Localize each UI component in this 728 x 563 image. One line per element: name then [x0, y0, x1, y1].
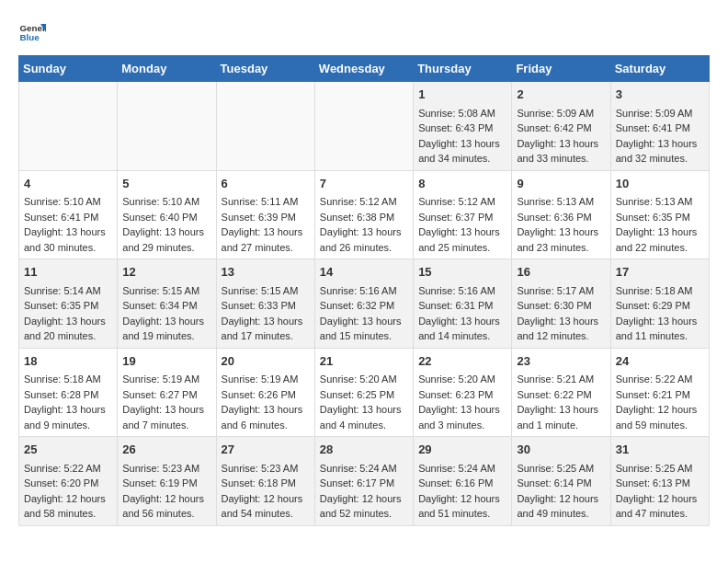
- sunset: Sunset: 6:22 PM: [517, 389, 591, 400]
- sunset: Sunset: 6:21 PM: [616, 389, 690, 400]
- calendar-cell: 11Sunrise: 5:14 AMSunset: 6:35 PMDayligh…: [19, 259, 118, 349]
- daylight: Daylight: 13 hours and 29 minutes.: [122, 226, 204, 253]
- calendar-cell: 19Sunrise: 5:19 AMSunset: 6:27 PMDayligh…: [118, 348, 216, 437]
- calendar-cell: 8Sunrise: 5:12 AMSunset: 6:37 PMDaylight…: [414, 170, 512, 259]
- calendar-cell: [314, 82, 413, 171]
- sunrise: Sunrise: 5:15 AM: [222, 285, 299, 296]
- sunrise: Sunrise: 5:18 AM: [616, 285, 693, 296]
- calendar-cell: 16Sunrise: 5:17 AMSunset: 6:30 PMDayligh…: [512, 259, 610, 349]
- sunrise: Sunrise: 5:17 AM: [517, 285, 594, 296]
- sunrise: Sunrise: 5:24 AM: [320, 463, 397, 474]
- calendar-cell: 2Sunrise: 5:09 AMSunset: 6:42 PMDaylight…: [512, 82, 610, 171]
- daylight: Daylight: 12 hours and 58 minutes.: [24, 493, 106, 520]
- header: General Blue: [18, 18, 710, 46]
- day-number: 14: [320, 263, 408, 282]
- svg-text:Blue: Blue: [20, 32, 40, 42]
- daylight: Daylight: 13 hours and 25 minutes.: [418, 226, 500, 253]
- sunset: Sunset: 6:18 PM: [222, 477, 296, 488]
- week-row-5: 25Sunrise: 5:22 AMSunset: 6:20 PMDayligh…: [19, 437, 710, 526]
- sunset: Sunset: 6:38 PM: [320, 212, 394, 223]
- week-row-1: 1Sunrise: 5:08 AMSunset: 6:43 PMDaylight…: [19, 82, 710, 171]
- day-number: 7: [320, 175, 408, 193]
- day-header-wednesday: Wednesday: [314, 56, 413, 82]
- sunset: Sunset: 6:35 PM: [24, 300, 98, 311]
- sunrise: Sunrise: 5:24 AM: [418, 463, 495, 474]
- day-number: 18: [24, 352, 112, 371]
- day-header-thursday: Thursday: [414, 56, 512, 82]
- sunrise: Sunrise: 5:21 AM: [517, 373, 594, 385]
- sunset: Sunset: 6:27 PM: [122, 389, 197, 400]
- sunrise: Sunrise: 5:23 AM: [222, 463, 299, 474]
- day-number: 16: [517, 263, 605, 282]
- sunrise: Sunrise: 5:19 AM: [222, 373, 299, 385]
- day-number: 29: [418, 441, 506, 459]
- daylight: Daylight: 13 hours and 30 minutes.: [24, 226, 106, 253]
- day-number: 25: [24, 441, 112, 459]
- calendar-cell: 18Sunrise: 5:18 AMSunset: 6:28 PMDayligh…: [19, 348, 118, 437]
- day-number: 1: [418, 86, 506, 104]
- sunset: Sunset: 6:31 PM: [418, 300, 493, 311]
- days-header-row: SundayMondayTuesdayWednesdayThursdayFrid…: [19, 56, 710, 82]
- day-number: 11: [24, 263, 112, 282]
- sunrise: Sunrise: 5:22 AM: [616, 373, 693, 385]
- calendar-cell: 28Sunrise: 5:24 AMSunset: 6:17 PMDayligh…: [314, 437, 413, 526]
- sunrise: Sunrise: 5:25 AM: [616, 463, 693, 474]
- day-number: 26: [122, 441, 210, 459]
- week-row-4: 18Sunrise: 5:18 AMSunset: 6:28 PMDayligh…: [19, 348, 710, 437]
- daylight: Daylight: 13 hours and 12 minutes.: [517, 316, 598, 342]
- day-header-tuesday: Tuesday: [216, 56, 314, 82]
- day-header-friday: Friday: [512, 56, 610, 82]
- sunset: Sunset: 6:26 PM: [222, 389, 296, 400]
- daylight: Daylight: 13 hours and 7 minutes.: [122, 404, 204, 431]
- sunrise: Sunrise: 5:20 AM: [418, 373, 495, 385]
- daylight: Daylight: 12 hours and 56 minutes.: [122, 493, 204, 520]
- sunset: Sunset: 6:34 PM: [122, 300, 197, 311]
- daylight: Daylight: 13 hours and 34 minutes.: [418, 138, 500, 165]
- calendar-cell: 27Sunrise: 5:23 AMSunset: 6:18 PMDayligh…: [216, 437, 314, 526]
- sunrise: Sunrise: 5:25 AM: [517, 463, 594, 474]
- calendar-cell: 15Sunrise: 5:16 AMSunset: 6:31 PMDayligh…: [414, 259, 512, 349]
- sunrise: Sunrise: 5:16 AM: [418, 285, 495, 296]
- day-header-saturday: Saturday: [610, 56, 709, 82]
- calendar-cell: [216, 82, 314, 171]
- sunset: Sunset: 6:16 PM: [418, 477, 493, 488]
- daylight: Daylight: 13 hours and 27 minutes.: [222, 226, 303, 253]
- daylight: Daylight: 13 hours and 17 minutes.: [222, 316, 303, 342]
- sunrise: Sunrise: 5:16 AM: [320, 285, 397, 296]
- sunset: Sunset: 6:40 PM: [122, 212, 197, 223]
- daylight: Daylight: 13 hours and 26 minutes.: [320, 226, 402, 253]
- daylight: Daylight: 12 hours and 51 minutes.: [418, 493, 500, 520]
- sunset: Sunset: 6:28 PM: [24, 389, 98, 400]
- sunrise: Sunrise: 5:10 AM: [24, 196, 101, 207]
- day-number: 22: [418, 352, 506, 371]
- sunset: Sunset: 6:39 PM: [222, 212, 296, 223]
- day-number: 6: [222, 175, 310, 193]
- daylight: Daylight: 13 hours and 23 minutes.: [517, 226, 598, 253]
- sunset: Sunset: 6:29 PM: [616, 300, 690, 311]
- sunset: Sunset: 6:25 PM: [320, 389, 394, 400]
- sunset: Sunset: 6:19 PM: [122, 477, 197, 488]
- calendar-cell: 21Sunrise: 5:20 AMSunset: 6:25 PMDayligh…: [314, 348, 413, 437]
- daylight: Daylight: 13 hours and 3 minutes.: [418, 404, 500, 431]
- sunset: Sunset: 6:35 PM: [616, 212, 690, 223]
- day-number: 15: [418, 263, 506, 282]
- sunrise: Sunrise: 5:13 AM: [616, 196, 693, 207]
- day-number: 20: [222, 352, 310, 371]
- daylight: Daylight: 13 hours and 15 minutes.: [320, 316, 402, 342]
- calendar-cell: 10Sunrise: 5:13 AMSunset: 6:35 PMDayligh…: [610, 170, 709, 259]
- logo: General Blue: [18, 18, 46, 46]
- sunset: Sunset: 6:23 PM: [418, 389, 493, 400]
- daylight: Daylight: 12 hours and 52 minutes.: [320, 493, 402, 520]
- sunset: Sunset: 6:43 PM: [418, 122, 493, 133]
- day-header-sunday: Sunday: [19, 56, 118, 82]
- calendar-cell: 22Sunrise: 5:20 AMSunset: 6:23 PMDayligh…: [414, 348, 512, 437]
- day-number: 23: [517, 352, 605, 371]
- calendar-cell: 30Sunrise: 5:25 AMSunset: 6:14 PMDayligh…: [512, 437, 610, 526]
- sunrise: Sunrise: 5:12 AM: [320, 196, 397, 207]
- sunrise: Sunrise: 5:09 AM: [517, 108, 594, 119]
- day-number: 4: [24, 175, 112, 193]
- calendar-cell: 1Sunrise: 5:08 AMSunset: 6:43 PMDaylight…: [414, 82, 512, 171]
- day-number: 9: [517, 175, 605, 193]
- sunset: Sunset: 6:30 PM: [517, 300, 591, 311]
- sunrise: Sunrise: 5:10 AM: [122, 196, 199, 207]
